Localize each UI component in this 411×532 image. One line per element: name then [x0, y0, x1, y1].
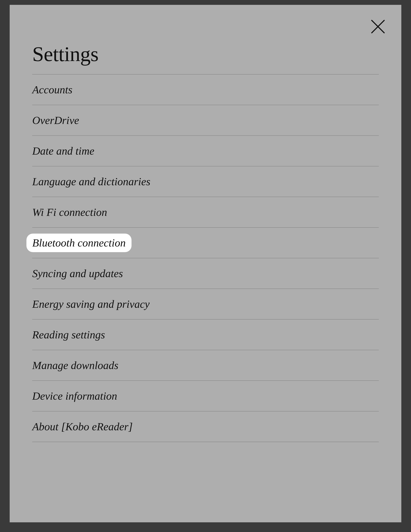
- settings-item-label: Date and time: [32, 145, 94, 157]
- settings-item-overdrive[interactable]: OverDrive: [32, 105, 379, 136]
- settings-item-label: Accounts: [32, 83, 72, 96]
- settings-item-accounts[interactable]: Accounts: [32, 75, 379, 105]
- settings-item-label: Energy saving and privacy: [32, 298, 149, 311]
- settings-item-label: OverDrive: [32, 114, 79, 127]
- settings-item-label: Manage downloads: [32, 359, 119, 372]
- settings-item-syncing[interactable]: Syncing and updates: [32, 258, 379, 289]
- settings-item-label: About [Kobo eReader]: [32, 420, 133, 433]
- settings-item-label: Bluetooth connection: [27, 234, 131, 252]
- settings-item-energy[interactable]: Energy saving and privacy: [32, 289, 379, 320]
- settings-item-downloads[interactable]: Manage downloads: [32, 350, 379, 381]
- settings-list: Accounts OverDrive Date and time Languag…: [32, 74, 379, 442]
- settings-item-date-time[interactable]: Date and time: [32, 136, 379, 166]
- settings-item-bluetooth[interactable]: Bluetooth connection: [32, 228, 379, 258]
- settings-item-label: Language and dictionaries: [32, 175, 150, 188]
- settings-item-label: Wi Fi connection: [32, 206, 107, 218]
- settings-panel: Settings Accounts OverDrive Date and tim…: [10, 5, 401, 522]
- page-title: Settings: [32, 5, 379, 74]
- close-icon[interactable]: [369, 18, 387, 36]
- settings-item-label: Syncing and updates: [32, 267, 123, 280]
- settings-item-language[interactable]: Language and dictionaries: [32, 166, 379, 197]
- settings-item-reading[interactable]: Reading settings: [32, 320, 379, 350]
- settings-item-about[interactable]: About [Kobo eReader]: [32, 411, 379, 442]
- settings-item-device-info[interactable]: Device information: [32, 381, 379, 411]
- settings-item-wifi[interactable]: Wi Fi connection: [32, 197, 379, 228]
- document-frame: Settings Accounts OverDrive Date and tim…: [0, 0, 411, 532]
- settings-item-label: Reading settings: [32, 328, 105, 341]
- settings-item-label: Device information: [32, 390, 117, 402]
